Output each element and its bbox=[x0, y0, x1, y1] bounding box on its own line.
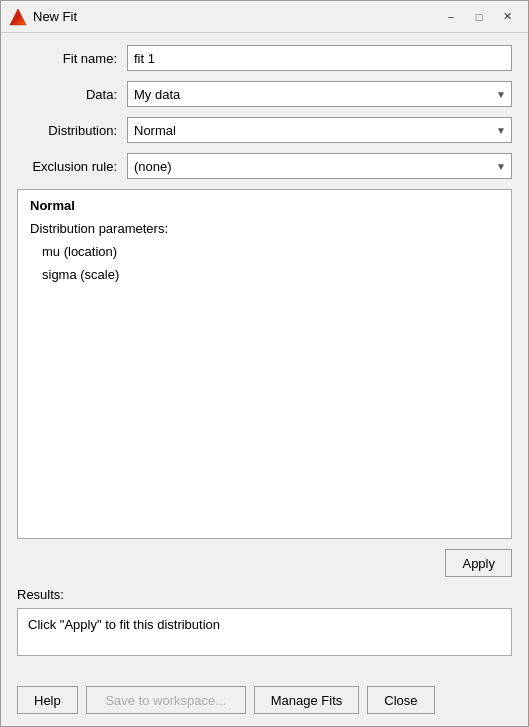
fit-name-row: Fit name: bbox=[17, 45, 512, 71]
main-content: Fit name: Data: My data ▼ Distribution: … bbox=[1, 33, 528, 678]
titlebar: New Fit − □ ✕ bbox=[1, 1, 528, 33]
save-to-workspace-button[interactable]: Save to workspace... bbox=[86, 686, 246, 714]
close-button[interactable]: Close bbox=[367, 686, 434, 714]
normal-box-title: Normal bbox=[30, 198, 499, 213]
fit-name-label: Fit name: bbox=[17, 51, 127, 66]
distribution-select[interactable]: Normal bbox=[127, 117, 512, 143]
minimize-button[interactable]: − bbox=[438, 6, 464, 28]
exclusion-select-wrapper: (none) ▼ bbox=[127, 153, 512, 179]
param-sigma: sigma (scale) bbox=[42, 267, 499, 282]
footer: Help Save to workspace... Manage Fits Cl… bbox=[1, 678, 528, 726]
exclusion-rule-label: Exclusion rule: bbox=[17, 159, 127, 174]
window-controls: − □ ✕ bbox=[438, 6, 520, 28]
main-window: New Fit − □ ✕ Fit name: Data: My data ▼ … bbox=[0, 0, 529, 727]
distribution-label: Distribution: bbox=[17, 123, 127, 138]
close-window-button[interactable]: ✕ bbox=[494, 6, 520, 28]
param-mu: mu (location) bbox=[42, 244, 499, 259]
results-box: Click "Apply" to fit this distribution bbox=[17, 608, 512, 656]
data-label: Data: bbox=[17, 87, 127, 102]
results-section: Results: Click "Apply" to fit this distr… bbox=[17, 587, 512, 656]
app-icon bbox=[9, 8, 27, 26]
maximize-button[interactable]: □ bbox=[466, 6, 492, 28]
fit-name-input[interactable] bbox=[127, 45, 512, 71]
window-title: New Fit bbox=[33, 9, 438, 24]
exclusion-rule-row: Exclusion rule: (none) ▼ bbox=[17, 153, 512, 179]
results-text: Click "Apply" to fit this distribution bbox=[28, 617, 220, 632]
data-select[interactable]: My data bbox=[127, 81, 512, 107]
distribution-row: Distribution: Normal ▼ bbox=[17, 117, 512, 143]
apply-button[interactable]: Apply bbox=[445, 549, 512, 577]
results-label: Results: bbox=[17, 587, 512, 602]
data-select-wrapper: My data ▼ bbox=[127, 81, 512, 107]
apply-row: Apply bbox=[17, 549, 512, 577]
manage-fits-button[interactable]: Manage Fits bbox=[254, 686, 360, 714]
svg-marker-1 bbox=[10, 9, 26, 25]
dist-params-label: Distribution parameters: bbox=[30, 221, 499, 236]
distribution-select-wrapper: Normal ▼ bbox=[127, 117, 512, 143]
exclusion-select[interactable]: (none) bbox=[127, 153, 512, 179]
help-button[interactable]: Help bbox=[17, 686, 78, 714]
normal-box: Normal Distribution parameters: mu (loca… bbox=[17, 189, 512, 539]
data-row: Data: My data ▼ bbox=[17, 81, 512, 107]
